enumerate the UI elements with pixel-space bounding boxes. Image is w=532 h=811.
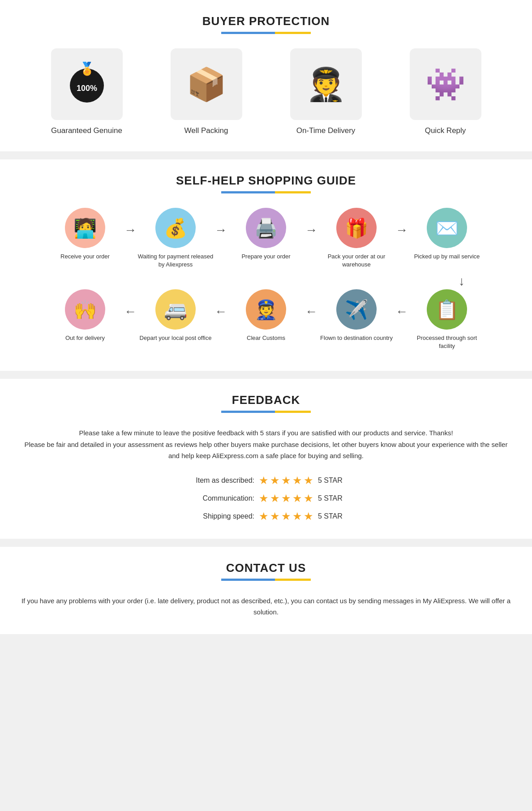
down-arrow-icon: ↓	[459, 274, 465, 288]
star-1-1: ★	[270, 492, 280, 505]
bp-label-1: Well Packing	[184, 126, 228, 135]
guide-item-guide-row2-2: 👮Clear Customs	[228, 289, 304, 351]
guide-label-guide-row2-4: Processed through sort facility	[409, 334, 485, 351]
bp-icon-1: 📦	[171, 48, 242, 120]
guide-item-guide-row2-1: 🚐Depart your local post office	[137, 289, 214, 351]
star-1-0: ★	[259, 492, 269, 505]
rating-rows: Item as described:★★★★★5 STARCommunicati…	[18, 474, 514, 523]
guide-arrow-guide-row1-2: →	[305, 223, 317, 254]
bp-label-0: Guaranteed Genuine	[51, 126, 122, 135]
underline-yellow3	[275, 411, 311, 413]
rating-label-0: Item as described:	[183, 476, 254, 485]
bp-item-2: 🧑‍✈️On-Time Delivery	[281, 48, 371, 135]
star-0-1: ★	[270, 474, 280, 487]
guide-circle-guide-row2-4: 📋	[427, 289, 467, 330]
rating-row-2: Shipping speed:★★★★★5 STAR	[183, 510, 349, 523]
feedback-section: FEEDBACK Please take a few minute to lea…	[0, 379, 532, 539]
guide-arrow-guide-row2-1: ←	[215, 305, 227, 336]
guide-item-guide-row1-2: 🖨️Prepare your order	[228, 208, 304, 270]
guide-circle-guide-row1-3: 🎁	[336, 208, 377, 248]
star-0-0: ★	[259, 474, 269, 487]
guide-circle-guide-row1-0: 🧑‍💻	[65, 208, 105, 248]
underline-yellow2	[275, 191, 311, 193]
contact-section: CONTACT US If you have any problems with…	[0, 547, 532, 634]
shopping-guide-title: SELF-HELP SHOPPING GUIDE	[18, 174, 514, 188]
star-2-1: ★	[270, 510, 280, 523]
guide-circle-guide-row1-4: ✉️	[427, 208, 467, 248]
bp-item-0: 100% 🏅 Guaranteed Genuine	[42, 48, 132, 135]
stars-2: ★★★★★	[259, 510, 313, 523]
guide-arrow-guide-row1-1: →	[215, 223, 227, 254]
buyer-protection-icons: 100% 🏅 Guaranteed Genuine📦Well Packing🧑‍…	[18, 48, 514, 135]
shopping-guide-section: SELF-HELP SHOPPING GUIDE 🧑‍💻Receive your…	[0, 159, 532, 371]
guide-label-guide-row1-3: Pack your order at our warehouse	[318, 253, 395, 270]
guide-label-guide-row1-1: Waiting for payment released by Aliexpre…	[137, 253, 214, 270]
guide-item-guide-row2-3: ✈️Flown to destination country	[318, 289, 395, 351]
star-0-4: ★	[304, 474, 313, 487]
star-2-4: ★	[304, 510, 313, 523]
contact-title: CONTACT US	[18, 561, 514, 575]
rating-label-1: Communication:	[183, 494, 254, 502]
buyer-protection-title: BUYER PROTECTION	[18, 14, 514, 28]
rating-row-1: Communication:★★★★★5 STAR	[183, 492, 349, 505]
underline-blue4	[221, 579, 275, 581]
guide-item-guide-row1-1: 💰Waiting for payment released by Aliexpr…	[137, 208, 214, 270]
bp-icon-0: 100% 🏅	[51, 48, 123, 120]
star-1-2: ★	[281, 492, 291, 505]
bp-item-1: 📦Well Packing	[162, 48, 251, 135]
svg-text:🏅: 🏅	[79, 61, 94, 76]
star-1-4: ★	[304, 492, 313, 505]
guide-arrow-guide-row1-3: →	[395, 223, 408, 254]
underline-blue3	[221, 411, 275, 413]
feedback-underline	[18, 411, 514, 413]
bp-label-2: On-Time Delivery	[296, 126, 356, 135]
guide-arrow-guide-row2-0: ←	[124, 305, 137, 336]
buyer-protection-underline	[18, 32, 514, 34]
guide-label-guide-row1-0: Receive your order	[60, 253, 110, 270]
guide-down-arrow: ↓	[18, 274, 514, 288]
guide-label-guide-row2-3: Flown to destination country	[320, 334, 393, 351]
guide-circle-guide-row2-3: ✈️	[336, 289, 377, 330]
rating-row-0: Item as described:★★★★★5 STAR	[183, 474, 349, 487]
rating-value-0: 5 STAR	[318, 476, 349, 485]
rating-label-2: Shipping speed:	[183, 512, 254, 520]
guide-grid: 🧑‍💻Receive your order→💰Waiting for payme…	[18, 208, 514, 355]
feedback-title: FEEDBACK	[18, 393, 514, 407]
guide-label-guide-row2-2: Clear Customs	[247, 334, 285, 351]
guide-arrow-guide-row1-0: →	[124, 223, 137, 254]
rating-value-1: 5 STAR	[318, 494, 349, 502]
guide-label-guide-row1-2: Prepare your order	[241, 253, 290, 270]
rating-value-2: 5 STAR	[318, 512, 349, 520]
bp-icon-3: 👾	[410, 48, 481, 120]
svg-text:100%: 100%	[76, 84, 97, 93]
guide-label-guide-row2-1: Depart your local post office	[140, 334, 212, 351]
guide-row-1: 🧑‍💻Receive your order→💰Waiting for payme…	[47, 208, 485, 270]
stars-0: ★★★★★	[259, 474, 313, 487]
star-2-3: ★	[292, 510, 302, 523]
shopping-guide-underline	[18, 191, 514, 193]
guide-item-guide-row2-0: 🙌Out for delivery	[47, 289, 123, 351]
contact-underline	[18, 579, 514, 581]
guide-item-guide-row1-4: ✉️Picked up by mail service	[409, 208, 485, 270]
guide-arrow-guide-row2-3: ←	[395, 305, 408, 336]
guide-circle-guide-row1-2: 🖨️	[246, 208, 286, 248]
star-2-2: ★	[281, 510, 291, 523]
guide-circle-guide-row2-2: 👮	[246, 289, 286, 330]
contact-description: If you have any problems with your order…	[18, 595, 514, 618]
feedback-description: Please take a few minute to leave the po…	[18, 427, 514, 462]
bp-item-3: 👾Quick Reply	[401, 48, 490, 135]
star-0-3: ★	[292, 474, 302, 487]
guide-label-guide-row2-0: Out for delivery	[65, 334, 105, 351]
underline-blue2	[221, 191, 275, 193]
guide-item-guide-row2-4: 📋Processed through sort facility	[409, 289, 485, 351]
star-0-2: ★	[281, 474, 291, 487]
underline-blue	[221, 32, 275, 34]
guide-circle-guide-row2-1: 🚐	[155, 289, 196, 330]
underline-yellow4	[275, 579, 311, 581]
guide-item-guide-row1-0: 🧑‍💻Receive your order	[47, 208, 123, 270]
bp-icon-2: 🧑‍✈️	[290, 48, 362, 120]
star-1-3: ★	[292, 492, 302, 505]
underline-yellow	[275, 32, 311, 34]
stars-1: ★★★★★	[259, 492, 313, 505]
guide-arrow-guide-row2-2: ←	[305, 305, 317, 336]
